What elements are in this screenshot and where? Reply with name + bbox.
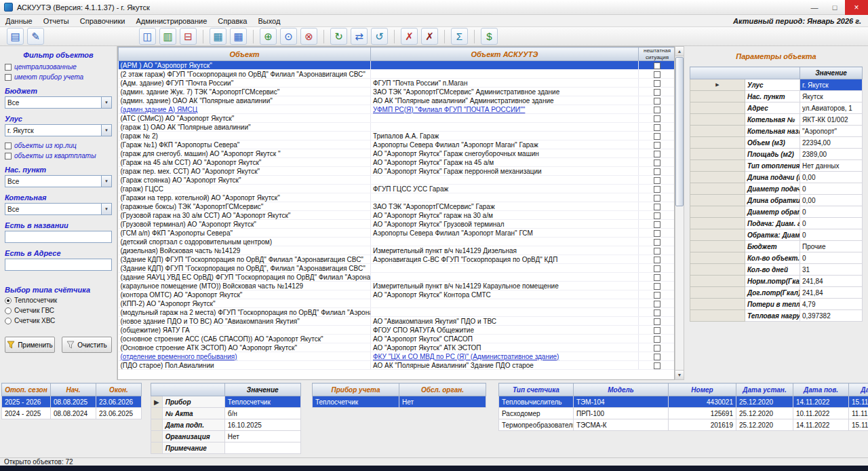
meter-cell[interactable]: 14.11.2022 [793,396,849,408]
askuute-name-cell[interactable] [371,123,639,132]
param-row[interactable]: Дог.потр(Гкал)241,84 [690,287,863,299]
tariff-icon[interactable]: $ [481,28,498,45]
meter-cell[interactable]: 15.11.2026 [849,396,868,408]
name-search-input[interactable] [5,231,112,243]
param-row[interactable]: Кол-во дней31 [690,264,863,276]
askuute-name-cell[interactable] [371,70,639,79]
emergency-cell[interactable] [639,61,675,70]
remove-document-icon[interactable]: ⊟ [180,28,197,45]
param-value[interactable]: 31 [800,264,863,276]
emergency-cell[interactable] [639,132,675,140]
object-name-cell[interactable]: (админ.здание А) ЯМСЦ [119,105,371,114]
param-row[interactable]: Диаметр подачи (мм)0 [690,183,863,195]
object-row[interactable]: (Гараж на 45 а/м ССТ) АО "Аэропорт Якутс… [119,158,675,167]
apply-button[interactable]: Применить [5,337,55,353]
emergency-checkbox[interactable] [654,168,660,175]
param-value[interactable]: 0 [800,229,863,241]
emergency-cell[interactable] [639,273,675,282]
askuute-name-cell[interactable]: Трипалов А.А. Гараж [371,132,639,140]
scroll-up-icon[interactable]: ▲ [675,47,684,56]
param-row[interactable]: Кол-во объект. в здании0 [690,252,863,264]
emergency-checkbox[interactable] [654,204,660,210]
object-row[interactable]: (контора ОМТС) АО "Аэропорт Якутск"АО "А… [119,290,675,299]
device-info-row[interactable]: № Актаб/н [151,408,301,419]
emergency-checkbox[interactable] [654,151,660,157]
clear-button[interactable]: Очистить [62,337,112,353]
askuute-name-cell[interactable] [371,176,639,185]
object-row[interactable]: (гараж для снегоуб. машин) АО "Аэропорт … [119,149,675,158]
emergency-cell[interactable] [639,352,675,361]
object-name-cell[interactable]: (Основное строение АТК ЭСТОП) АО "Аэропо… [119,343,371,352]
emergency-checkbox[interactable] [654,274,660,281]
askuute-name-cell[interactable] [371,308,639,317]
emergency-cell[interactable] [639,193,675,202]
emergency-checkbox[interactable] [654,283,660,290]
emergency-checkbox[interactable] [654,62,660,69]
object-row[interactable]: (Здание КДП) ФГУП "Госкорпорация по ОрВД… [119,264,675,273]
param-row[interactable]: Нас. пунктЯкутск [690,91,863,102]
maximize-button[interactable]: □ [825,0,845,15]
season-end-col[interactable]: Окон. [96,383,142,396]
askuute-name-cell[interactable] [371,264,639,273]
param-value[interactable]: 241,84 [800,287,863,299]
emergency-checkbox[interactable] [654,195,660,202]
season-row[interactable]: 2025 - 202608.08.202523.06.2026 [2,396,142,408]
param-row[interactable]: Обратка: Диам. армат (мм)0 [690,229,863,241]
copy-document-icon[interactable]: ◫ [139,28,156,45]
meter-cell[interactable]: ТЭСМА-К [574,419,669,431]
service-org-col[interactable]: Обсл. орган. [399,383,486,396]
emergency-checkbox[interactable] [654,177,660,184]
param-value[interactable]: 0 [800,206,863,218]
object-name-cell[interactable]: (гараж пер. мех. ССТ) АО "Аэропорт Якутс… [119,167,371,176]
askuute-name-cell[interactable]: Измерительный пункт в/ч №14129 Дизельная [371,246,639,255]
object-row[interactable]: (отделение временного пребывания)ФКУ "ЦХ… [119,352,675,361]
scroll-down-icon[interactable]: ▼ [675,370,684,379]
meter-cell[interactable]: Термопреобразователь [499,419,574,431]
param-row[interactable]: Адресул.Авиаторов, 1 [690,102,863,114]
centralized-checkbox[interactable] [5,64,12,71]
meter-type-gvs[interactable]: Счетчик ГВС [5,307,112,314]
param-row[interactable]: Норм.потр(Гкал)241,84 [690,276,863,287]
object-row[interactable]: (админ. здание Жук. 7) ТЭК "АэропортГСМс… [119,88,675,96]
emergency-checkbox[interactable] [654,230,660,237]
device-field-value[interactable]: Теплосчетчик [224,396,300,408]
emergency-cell[interactable] [639,238,675,246]
askuute-name-cell[interactable]: АО "Аэропорт Якутск" гараж на 30 а/м [371,211,639,220]
param-row[interactable]: Котельная №ЯКТ-КК 01/002 [690,114,863,126]
device-info-row[interactable]: ▶ПриборТеплосчетчик [151,396,301,408]
object-name-cell[interactable]: (ГСМ а/п) ФКП "Аэропорты Севера" [119,229,371,238]
object-row[interactable]: (Гараж стоянка) АО "Аэропорт Якутск" [119,176,675,185]
askuute-name-cell[interactable]: Аэропорты Севера Филиал "Аэропорт Маган"… [371,140,639,149]
emergency-checkbox[interactable] [654,221,660,228]
emergency-cell[interactable] [639,246,675,255]
meter-cell[interactable]: 15.11.2026 [849,419,868,431]
meter-row[interactable]: ТермопреобразовательТЭСМА-К20161925.12.2… [499,419,868,431]
object-name-cell[interactable]: (АТС (СМиС)) АО "Аэропорт Якутск" [119,114,371,123]
db-add-icon[interactable]: ⊕ [260,28,277,45]
emergency-cell[interactable] [639,96,675,105]
emergency-cell[interactable] [639,317,675,326]
askuute-name-cell[interactable]: Измерительный пункт в/ч №14129 Караульно… [371,282,639,290]
meter-cell[interactable]: 125691 [669,408,736,419]
meter-cell[interactable]: 25.12.2020 [736,419,793,431]
param-row[interactable]: Котельная назв."Аэропорт" [690,126,863,137]
object-row[interactable]: (КПП-2) АО "Аэропорт Якутск" [119,299,675,308]
emergency-cell[interactable] [639,202,675,211]
object-name-cell[interactable]: (админ. здание) ОАО АК "Полярные авиалин… [119,96,371,105]
emergency-checkbox[interactable] [654,248,660,255]
askuute-name-cell[interactable]: АО "Аэропорт Якутск" Гараж перронной мех… [371,167,639,176]
emergency-checkbox[interactable] [654,239,660,246]
object-name-cell[interactable]: (гараж № 2) [119,132,371,140]
param-value[interactable]: 0 [800,218,863,229]
emergency-cell[interactable] [639,255,675,264]
season-cell[interactable]: 23.06.2026 [96,396,142,408]
settlement-dropdown[interactable]: Все ▼ [5,175,112,187]
meter-cell[interactable]: 25.12.2020 [736,396,793,408]
device-info-row[interactable]: ОрганизацияНет [151,431,301,442]
askuute-name-cell[interactable]: ЗАО ТЭК "АэропортГСМсервис" Администрати… [371,88,639,96]
emergency-checkbox[interactable] [654,318,660,325]
sync-icon[interactable]: ⇄ [351,28,368,45]
metering-device-cell[interactable]: Нет [399,396,486,408]
emergency-cell[interactable] [639,158,675,167]
object-name-cell[interactable]: (админ. здание Жук. 7) ТЭК "АэропортГСМс… [119,88,371,96]
